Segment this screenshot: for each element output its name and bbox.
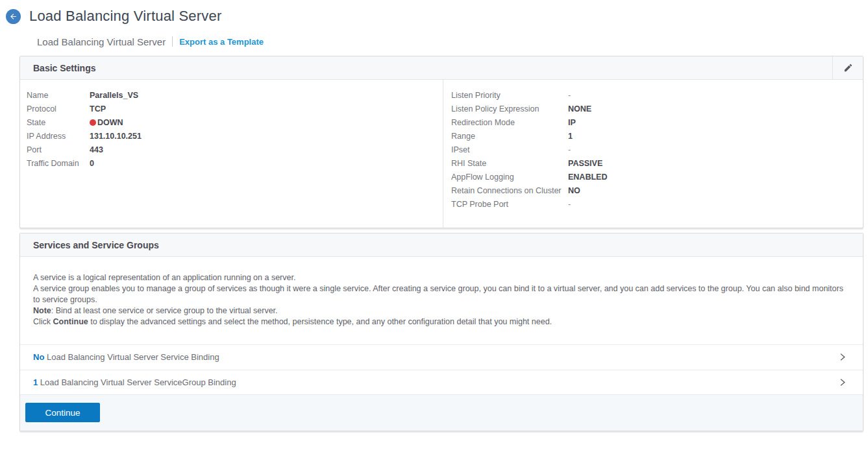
continue-button[interactable]: Continue [25, 403, 100, 422]
services-header: Services and Service Groups [20, 233, 863, 257]
field-retain-connections-on-cluster: Retain Connections on Cluster NO [451, 184, 863, 197]
field-label: Range [451, 132, 568, 141]
field-label: Retain Connections on Cluster [451, 186, 568, 195]
binding-count: 1 [33, 377, 38, 387]
breadcrumb: Load Balancing Virtual Server [37, 36, 166, 47]
basic-settings-panel: Basic Settings Name Parallels_VS Protoco… [19, 56, 863, 228]
field-value: - [568, 145, 571, 154]
field-value: NO [568, 186, 580, 195]
field-appflow-logging: AppFlow Logging ENABLED [451, 170, 863, 184]
field-value: 131.10.10.251 [90, 132, 142, 141]
binding-count: No [33, 352, 44, 362]
field-traffic-domain: Traffic Domain 0 [27, 156, 443, 170]
field-label: RHI State [451, 159, 568, 168]
field-value: NONE [568, 104, 591, 114]
field-value: PASSIVE [568, 159, 602, 168]
field-state: State DOWN [27, 115, 443, 129]
description-line-1: A service is a logical representation of… [33, 272, 850, 283]
field-rhi-state: RHI State PASSIVE [451, 156, 863, 170]
field-ip-address: IP Address 131.10.10.251 [27, 129, 443, 143]
basic-settings-header: Basic Settings [20, 56, 863, 80]
field-label: Traffic Domain [27, 159, 90, 168]
field-value: 1 [568, 132, 573, 141]
field-port: Port 443 [27, 143, 443, 156]
field-label: IP Address [27, 132, 90, 141]
field-listen-policy-expression: Listen Policy Expression NONE [451, 102, 863, 115]
chevron-right-icon [838, 378, 847, 387]
arrow-left-icon [9, 12, 18, 21]
note-text: : Bind at least one service or service g… [51, 306, 278, 315]
field-value: TCP [90, 104, 106, 114]
hint-bold: Continue [53, 317, 88, 326]
binding-label: Load Balancing Virtual Server ServiceGro… [38, 377, 236, 387]
hint-post: to display the advanced settings and sel… [88, 317, 552, 326]
field-value: ENABLED [568, 173, 607, 182]
basic-settings-body: Name Parallels_VS Protocol TCP State DOW… [20, 80, 863, 228]
field-value: IP [568, 118, 576, 127]
basic-settings-right-column: Listen Priority - Listen Policy Expressi… [443, 80, 863, 228]
field-label: AppFlow Logging [451, 173, 568, 182]
services-footer: Continue [20, 394, 863, 431]
field-redirection-mode: Redirection Mode IP [451, 115, 863, 129]
servicegroup-binding-row[interactable]: 1 Load Balancing Virtual Server ServiceG… [20, 370, 863, 395]
field-label: IPset [451, 145, 568, 154]
field-tcp-probe-port: TCP Probe Port - [451, 197, 863, 211]
binding-label: Load Balancing Virtual Server Service Bi… [44, 352, 219, 362]
hint-pre: Click [33, 317, 53, 326]
field-label: State [27, 118, 90, 127]
field-value: 443 [90, 145, 103, 154]
field-value: Parallels_VS [90, 91, 138, 100]
field-label: Port [27, 145, 90, 154]
back-button[interactable] [6, 9, 21, 24]
status-value: DOWN [97, 118, 123, 127]
pencil-icon [843, 63, 853, 73]
description-line-2: A service group enables you to manage a … [33, 283, 850, 305]
field-label: Name [27, 91, 90, 100]
subheader-divider [172, 36, 173, 47]
edit-basic-settings-button[interactable] [832, 56, 863, 79]
page-title: Load Balancing Virtual Server [29, 8, 221, 25]
services-title: Services and Service Groups [20, 240, 159, 250]
continue-hint: Click Continue to display the advanced s… [33, 317, 850, 328]
red-status-dot [90, 119, 96, 126]
field-listen-priority: Listen Priority - [451, 88, 863, 102]
services-panel: Services and Service Groups A service is… [19, 233, 863, 431]
field-label: Listen Priority [451, 91, 568, 100]
services-description: A service is a logical representation of… [20, 257, 863, 344]
page-header: Load Balancing Virtual Server [0, 0, 868, 26]
chevron-right-icon [838, 353, 847, 361]
basic-settings-left-column: Name Parallels_VS Protocol TCP State DOW… [20, 80, 443, 228]
field-label: Listen Policy Expression [451, 104, 568, 114]
basic-settings-title: Basic Settings [20, 63, 95, 73]
service-binding-row[interactable]: No Load Balancing Virtual Server Service… [20, 344, 863, 370]
subheader: Load Balancing Virtual Server Export as … [37, 35, 868, 48]
field-label: Protocol [27, 104, 90, 114]
field-label: Redirection Mode [451, 118, 568, 127]
export-template-link[interactable]: Export as a Template [179, 37, 264, 47]
field-name: Name Parallels_VS [27, 88, 443, 102]
field-ipset: IPset - [451, 143, 863, 156]
field-protocol: Protocol TCP [27, 102, 443, 115]
field-value: - [568, 200, 571, 209]
field-value: 0 [90, 159, 94, 168]
field-range: Range 1 [451, 129, 863, 143]
note-label: Note [33, 306, 51, 315]
field-value: - [568, 91, 571, 100]
field-label: TCP Probe Port [451, 200, 568, 209]
description-note: Note: Bind at least one service or servi… [33, 305, 850, 317]
